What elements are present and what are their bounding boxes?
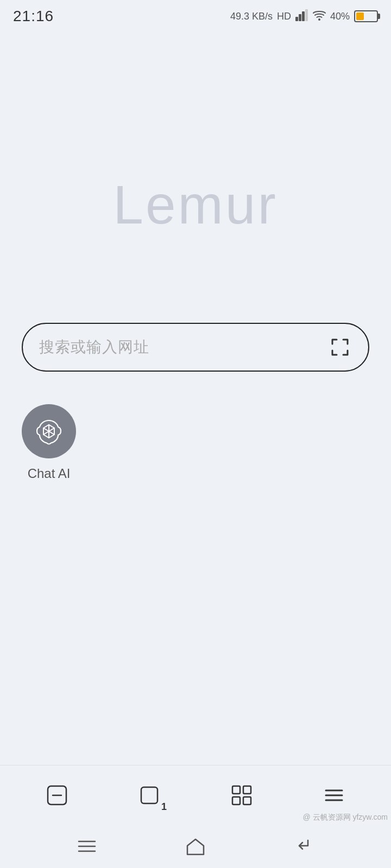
app-logo: Lemur (113, 174, 278, 235)
network-speed: 49.3 KB/s (230, 11, 273, 22)
battery-percent: 40% (330, 11, 350, 22)
sys-nav-back[interactable] (294, 836, 314, 857)
svg-rect-0 (295, 17, 298, 21)
status-bar: 21:16 49.3 KB/s HD 40% (0, 0, 391, 33)
svg-rect-11 (232, 786, 240, 794)
svg-rect-14 (243, 797, 251, 805)
search-placeholder: 搜索或输入网址 (39, 337, 149, 358)
chat-ai-label: Chat AI (28, 466, 71, 481)
nav-menu-button[interactable] (312, 774, 356, 817)
svg-rect-1 (299, 14, 301, 21)
svg-rect-12 (243, 786, 251, 794)
shortcuts-row: Chat AI (22, 399, 369, 487)
svg-rect-10 (141, 787, 157, 803)
status-right: 49.3 KB/s HD 40% (230, 9, 378, 24)
chat-ai-icon-bg (22, 404, 76, 458)
search-bar-container: 搜索或输入网址 (22, 323, 369, 372)
sys-nav-menu[interactable] (77, 836, 97, 857)
status-time: 21:16 (13, 8, 54, 25)
sys-nav (0, 825, 391, 868)
shortcut-chat-ai[interactable]: Chat AI (22, 404, 76, 481)
scan-icon[interactable] (328, 335, 352, 359)
main-content: Lemur 搜索或输入网址 (0, 33, 391, 487)
watermark: @ 云帆资源网 yfzyw.com (299, 812, 391, 824)
wifi-icon (313, 10, 326, 23)
svg-rect-3 (305, 9, 308, 21)
sys-nav-home[interactable] (185, 836, 206, 857)
logo-container: Lemur (113, 174, 278, 236)
battery-fill (356, 12, 364, 20)
nav-apps-button[interactable] (220, 774, 263, 817)
svg-rect-2 (302, 11, 305, 21)
svg-point-4 (318, 18, 320, 21)
nav-tabs-button[interactable]: 1 (128, 774, 171, 817)
svg-rect-13 (232, 797, 240, 805)
tab-count-badge: 1 (161, 801, 167, 813)
battery-icon (354, 10, 378, 22)
nav-home-button[interactable] (35, 774, 79, 817)
signal-bars (295, 9, 308, 24)
hd-label: HD (277, 11, 291, 22)
search-bar[interactable]: 搜索或输入网址 (22, 323, 369, 372)
